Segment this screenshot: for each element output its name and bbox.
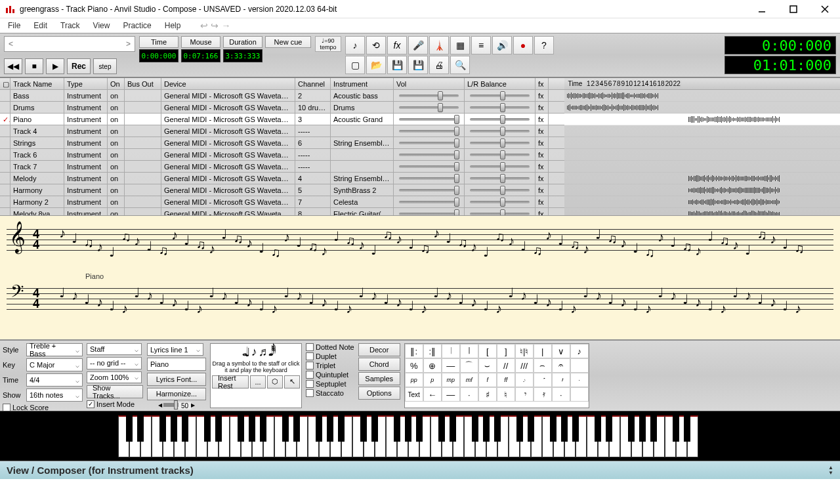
track-device[interactable]: General MIDI - Microsoft GS Wavetable S [161, 90, 295, 101]
nav-next-icon[interactable]: > [126, 39, 131, 49]
menu-file[interactable]: File [8, 21, 20, 30]
symbol-cell[interactable]: Text [405, 387, 423, 402]
time-dropdown[interactable]: 4/4 [26, 373, 83, 387]
col-busout[interactable]: Bus Out [125, 78, 161, 89]
col-time[interactable]: Time [564, 80, 587, 87]
symbol-cell[interactable]: 𝄾 [515, 387, 534, 402]
symbol-cell[interactable]: ] [497, 344, 515, 358]
timeline-row[interactable] [564, 149, 840, 161]
track-row[interactable]: Harmony 2InstrumentonGeneral MIDI - Micr… [0, 196, 564, 208]
track-type[interactable]: Instrument [64, 184, 108, 196]
black-key[interactable] [628, 415, 635, 442]
track-check[interactable] [0, 90, 10, 101]
track-on[interactable]: on [108, 149, 125, 160]
symbol-cell[interactable]: ♯ [478, 387, 497, 402]
septuplet-checkbox[interactable] [306, 380, 314, 388]
track-fx[interactable]: fx [536, 184, 549, 196]
balance-slider[interactable] [465, 149, 536, 160]
eighth-note-icon[interactable]: ♪ [251, 345, 257, 360]
insertrest-button[interactable]: Insert Rest [212, 375, 249, 388]
status-scroll[interactable]: ▲▼ [828, 465, 833, 476]
track-on[interactable]: on [108, 184, 125, 196]
track-row[interactable]: DrumsInstrumentonGeneral MIDI - Microsof… [0, 102, 564, 114]
track-device[interactable]: General MIDI - Microsoft GS Wavetable S [161, 184, 295, 196]
track-name[interactable]: Strings [10, 137, 64, 148]
vol-slider[interactable] [394, 125, 465, 136]
track-type[interactable]: Instrument [64, 161, 108, 172]
track-type[interactable]: Instrument [64, 137, 108, 148]
quarter-note-icon[interactable]: ♩ [245, 345, 250, 360]
track-check[interactable] [0, 161, 10, 172]
sync-icon[interactable]: ⟲ [366, 36, 386, 54]
track-device[interactable]: General MIDI - Microsoft GS Wavetable S [161, 114, 295, 125]
track-row[interactable]: Track 7InstrumentonGeneral MIDI - Micros… [0, 161, 564, 173]
track-bus[interactable] [125, 173, 161, 184]
lyricsfont-button[interactable]: Lyrics Font... [147, 373, 206, 385]
black-key[interactable] [650, 415, 657, 442]
track-check[interactable]: ✓ [0, 114, 10, 125]
col-type[interactable]: Type [64, 78, 108, 89]
symbol-cell[interactable]: 𝄿 [534, 387, 552, 402]
save-as-icon[interactable]: 💾 [408, 56, 428, 74]
samples-button[interactable]: Samples [358, 372, 400, 385]
black-key[interactable] [171, 415, 177, 442]
cursor-icon[interactable]: ↖ [284, 375, 300, 388]
symbol-cell[interactable]: ⌣ [478, 358, 497, 373]
vol-slider[interactable] [394, 173, 465, 184]
balance-slider[interactable] [465, 137, 536, 148]
symbol-cell[interactable]: mf [460, 373, 478, 387]
track-name[interactable]: Track 7 [10, 161, 64, 172]
symbol-cell[interactable]: ⌢ [534, 358, 552, 373]
track-name[interactable]: Bass [10, 90, 64, 101]
col-on[interactable]: On [108, 78, 125, 89]
track-device[interactable]: General MIDI - Microsoft GS Wavetable S [161, 102, 295, 113]
track-fx[interactable]: fx [536, 125, 549, 136]
maximize-button[interactable] [784, 3, 803, 16]
track-on[interactable]: on [108, 137, 125, 148]
balance-slider[interactable] [465, 161, 536, 172]
track-bus[interactable] [125, 125, 161, 136]
balance-slider[interactable] [465, 102, 536, 113]
track-device[interactable]: General MIDI - Microsoft GS Wavetable S [161, 208, 295, 215]
track-check[interactable] [0, 196, 10, 207]
track-instrument[interactable]: Celesta [331, 196, 394, 207]
track-fx[interactable]: fx [536, 196, 549, 207]
track-bus[interactable] [125, 149, 161, 160]
symbol-cell[interactable]: /// [515, 358, 534, 373]
track-channel[interactable]: ----- [295, 149, 331, 160]
track-name[interactable]: Track 6 [10, 149, 64, 160]
timeline-row[interactable] [564, 196, 840, 208]
col-trackname[interactable]: Track Name [10, 78, 64, 89]
timeline-row[interactable] [564, 114, 840, 125]
black-key[interactable] [483, 415, 490, 442]
black-key[interactable] [572, 415, 579, 442]
track-on[interactable]: on [108, 90, 125, 101]
black-key[interactable] [137, 415, 144, 442]
track-channel[interactable]: 6 [295, 137, 331, 148]
track-on[interactable]: on [108, 173, 125, 184]
balance-slider[interactable] [465, 196, 536, 207]
track-row[interactable]: StringsInstrumentonGeneral MIDI - Micros… [0, 137, 564, 149]
vol-slider[interactable] [394, 196, 465, 207]
track-bus[interactable] [125, 90, 161, 101]
black-key[interactable] [371, 415, 378, 442]
decor-button[interactable]: Decor [358, 343, 400, 356]
timeline-row[interactable] [564, 137, 840, 149]
track-name[interactable]: Harmony [10, 184, 64, 196]
col-fx[interactable]: fx [536, 78, 549, 89]
black-key[interactable] [249, 415, 255, 442]
step-button[interactable]: step [93, 58, 117, 74]
track-row[interactable]: BassInstrumentonGeneral MIDI - Microsoft… [0, 90, 564, 102]
symbol-cell[interactable]: 𝄽 [552, 373, 570, 387]
grid-dropdown[interactable]: -- no grid -- [87, 357, 142, 369]
track-on[interactable]: on [108, 161, 125, 172]
show-dropdown[interactable]: 16th notes [26, 388, 83, 402]
symbol-cell[interactable]: ∨ [552, 344, 570, 358]
nav-forward-icon[interactable]: ↪ [211, 20, 219, 31]
lyricsline-dropdown[interactable]: Lyrics line 1 [147, 343, 203, 356]
track-fx[interactable]: fx [536, 208, 549, 215]
symbol-cell[interactable]: · [552, 387, 570, 402]
track-instrument[interactable]: SynthBrass 2 [331, 184, 394, 196]
track-check[interactable] [0, 208, 10, 215]
play-button[interactable]: ▶ [46, 58, 64, 74]
